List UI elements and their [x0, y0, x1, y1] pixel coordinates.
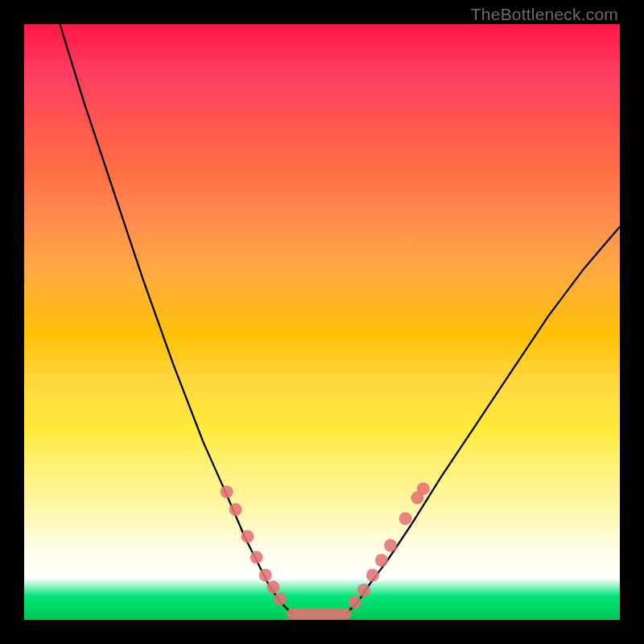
marker-right-0	[349, 596, 361, 609]
marker-left-6	[274, 592, 287, 605]
markers-right-group	[349, 482, 430, 609]
marker-left-5	[266, 580, 279, 593]
marker-right-4	[384, 539, 397, 552]
marker-left-2	[242, 530, 254, 543]
marker-left-1	[229, 503, 242, 516]
marker-left-0	[221, 485, 233, 498]
marker-right-7	[417, 482, 430, 495]
marker-left-3	[250, 551, 263, 564]
marker-right-2	[366, 569, 379, 582]
watermark-text: TheBottleneck.com	[471, 5, 618, 24]
left-curve	[60, 24, 292, 614]
marker-right-5	[399, 512, 412, 525]
chart-container: TheBottleneck.com	[0, 0, 644, 644]
right-curve	[346, 227, 620, 614]
chart-svg	[24, 24, 620, 620]
marker-right-3	[375, 554, 388, 567]
plot-area	[24, 24, 620, 620]
marker-right-1	[357, 584, 370, 597]
marker-left-4	[259, 569, 272, 582]
